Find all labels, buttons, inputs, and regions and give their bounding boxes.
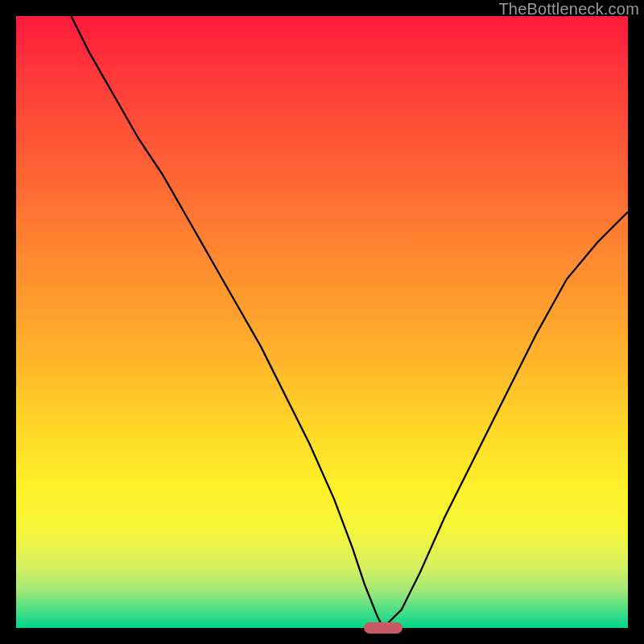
optimal-marker: [364, 622, 402, 634]
bottleneck-curve: [71, 16, 628, 628]
curve-svg: [16, 16, 628, 628]
watermark-text: TheBottleneck.com: [498, 0, 639, 19]
plot-area: [16, 16, 628, 628]
chart-frame: TheBottleneck.com: [0, 0, 644, 644]
